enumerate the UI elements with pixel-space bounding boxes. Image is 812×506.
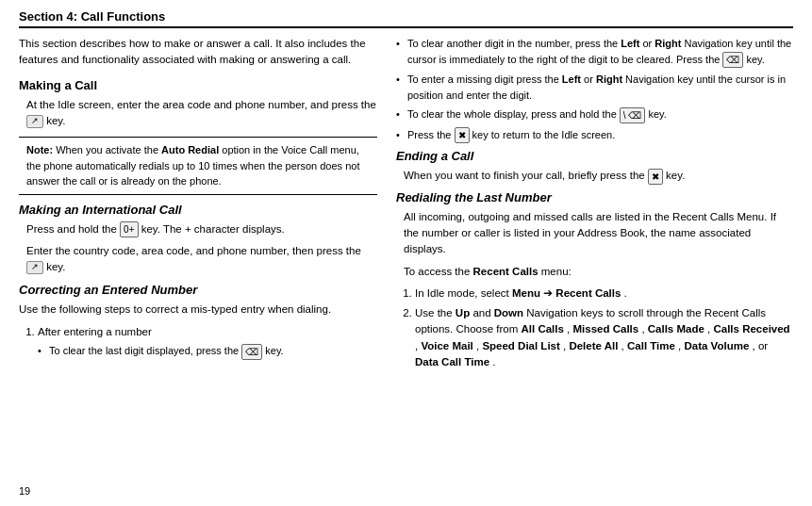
bullet3-item: To enter a missing digit press the Left … [396, 72, 793, 103]
clear-key3-icon: \ ⌫ [620, 107, 646, 123]
clear-key2-icon: ⌫ [722, 52, 743, 68]
bullet3-or: or [584, 73, 596, 85]
r-step2: Use the Up and Down Navigation keys to s… [415, 305, 793, 370]
correcting-title: Correcting an Entered Number [19, 283, 377, 297]
bullet2-or: or [642, 38, 655, 49]
r-voicemail-bold: Voice Mail [421, 340, 472, 351]
send-key2-icon: ↗ [26, 261, 43, 274]
bullet2-right: Right [655, 38, 681, 49]
recent-calls-bold: Recent Calls [473, 266, 539, 277]
intl-call-body2: Enter the country code, area code, and p… [19, 243, 377, 276]
r-calltime-bold: Call Time [627, 340, 675, 351]
section-title: Section 4: Call Functions [19, 9, 793, 28]
left-column: This section describes how to make or an… [19, 36, 377, 482]
ending-body: When you want to finish your call, brief… [396, 168, 793, 184]
r-period: . [492, 356, 495, 367]
end-key2-icon: ✖ [648, 169, 663, 185]
r-datacalltime-bold: Data Call Time [415, 356, 489, 367]
bullet3-left: Left [562, 73, 581, 85]
intl-call-text4: key. [46, 261, 65, 272]
r-deleteall-bold: Delete All [569, 340, 618, 351]
r-recent-calls-bold: Recent Calls [555, 287, 621, 299]
page-number: 19 [19, 485, 793, 497]
access-suffix: menu: [541, 266, 572, 277]
r-comma3: , [707, 323, 710, 335]
bullet2-item: To clear another digit in the number, pr… [396, 36, 793, 68]
bullet4-text: To clear the whole display, press and ho… [407, 108, 620, 120]
two-column-layout: This section describes how to make or an… [19, 36, 793, 482]
bullet5-text: Press the [407, 129, 455, 140]
r-step2-and: and [472, 307, 493, 318]
r-step2-text1: Use the [415, 307, 456, 318]
access-text: To access the Recent Calls menu: [396, 264, 793, 280]
ending-text: When you want to finish your call, brief… [404, 170, 645, 181]
r-allcalls-bold: All Calls [522, 323, 564, 335]
making-call-title: Making a Call [19, 78, 377, 92]
r-datavolume-bold: Data Volume [685, 340, 750, 351]
bullet2-text1: To clear another digit in the number, pr… [407, 38, 621, 49]
r-speeddial-bold: Speed Dial List [482, 340, 559, 351]
r-step1-text: In Idle mode, select [415, 287, 512, 299]
r-callsmade-bold: Calls Made [648, 323, 704, 335]
ending-suffix: key. [666, 170, 685, 181]
note-label: Note: [26, 144, 53, 155]
access-prefix: To access the [404, 266, 470, 277]
bullet5-item: Press the ✖ key to return to the Idle sc… [396, 127, 793, 144]
intl-call-body1: Press and hold the 0+ key. The + charact… [19, 221, 377, 237]
bullet1-text: To clear the last digit displayed, press… [49, 345, 239, 356]
bullet4-item: To clear the whole display, press and ho… [396, 106, 793, 123]
r-step1: In Idle mode, select Menu ➔ Recent Calls… [415, 286, 793, 302]
r-or: , or [753, 340, 769, 351]
r-arrow: ➔ [543, 287, 555, 299]
redialing-body: All incoming, outgoing and missed calls … [396, 209, 793, 258]
bullet2-left: Left [621, 38, 639, 49]
r-missedcalls-bold: Missed Calls [573, 323, 639, 335]
step1-bullets: To clear the last digit displayed, press… [38, 343, 377, 360]
send-key-icon: ↗ [26, 115, 43, 128]
r-callsreceived-bold: Calls Received [713, 323, 789, 335]
intl-call-text3: Enter the country code, area code, and p… [26, 245, 361, 256]
bullet1-item: To clear the last digit displayed, press… [38, 343, 377, 360]
zero-plus-key: 0+ [120, 221, 138, 237]
intl-call-text2: key. The + character displays. [141, 223, 285, 235]
bullet4-suffix: key. [648, 108, 666, 120]
r-menu-bold: Menu [512, 287, 540, 299]
ending-title: Ending a Call [396, 149, 793, 163]
r-step1-suffix: . [624, 287, 627, 299]
r-down-bold: Down [494, 307, 523, 318]
intl-call-text1: Press and hold the [26, 223, 117, 235]
making-call-suffix: key. [46, 115, 65, 126]
page: Section 4: Call Functions This section d… [0, 0, 812, 506]
end-key1-icon: ✖ [455, 127, 470, 143]
right-column: To clear another digit in the number, pr… [396, 36, 793, 482]
step1-text: After entering a number [38, 326, 152, 337]
intl-call-title: Making an International Call [19, 203, 377, 217]
bullet3-right: Right [596, 73, 622, 85]
step1-item: After entering a number To clear the las… [38, 324, 377, 360]
clear-key1-icon: ⌫ [241, 344, 262, 360]
making-call-body: At the Idle screen, enter the area code … [19, 97, 377, 130]
redialing-title: Redialing the Last Number [396, 190, 793, 204]
note-bold: Auto Redial [161, 144, 219, 155]
making-call-text: At the Idle screen, enter the area code … [26, 99, 376, 110]
bullet3-text1: To enter a missing digit press the [407, 73, 562, 85]
intro-text: This section describes how to make or an… [19, 36, 377, 69]
note-box: Note: When you activate the Auto Redial … [19, 137, 377, 195]
correcting-steps: After entering a number To clear the las… [38, 324, 377, 360]
right-bullets: To clear another digit in the number, pr… [396, 36, 793, 143]
redialing-steps: In Idle mode, select Menu ➔ Recent Calls… [415, 286, 793, 370]
note-text1: When you activate the [56, 144, 158, 155]
bullet5-suffix: key to return to the Idle screen. [472, 129, 616, 140]
correcting-body: Use the following steps to correct a mis… [19, 302, 377, 318]
bullet2-suffix: key. [747, 54, 765, 65]
r-up-bold: Up [456, 307, 470, 318]
bullet1-suffix: key. [265, 345, 283, 356]
